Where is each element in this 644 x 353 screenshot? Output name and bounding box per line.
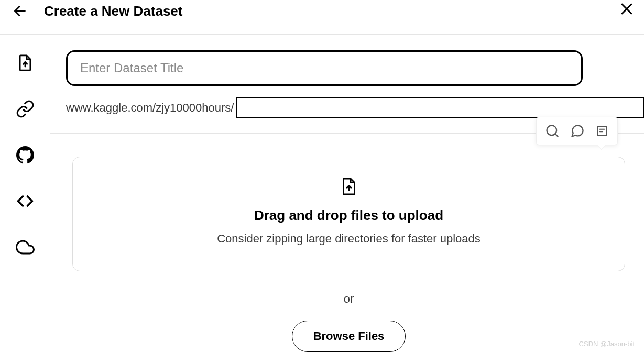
- url-row: www.kaggle.com/zjy10000hours/: [66, 97, 644, 118]
- toolbar-search-button[interactable]: [545, 124, 560, 138]
- note-icon: [595, 124, 609, 138]
- cloud-icon: [16, 238, 35, 257]
- dropzone-title: Drag and drop files to upload: [83, 207, 614, 224]
- link-icon: [16, 100, 35, 118]
- dialog-header: Create a New Dataset: [0, 0, 644, 35]
- close-button[interactable]: [619, 1, 635, 19]
- file-upload-icon: [340, 177, 358, 196]
- url-prefix-label: www.kaggle.com/zjy10000hours/: [66, 101, 234, 115]
- watermark: CSDN @Jason-bit: [579, 340, 635, 348]
- source-sidebar: [0, 35, 50, 353]
- back-button[interactable]: [13, 4, 27, 18]
- file-dropzone[interactable]: Drag and drop files to upload Consider z…: [72, 157, 625, 271]
- svg-line-5: [555, 134, 558, 136]
- dialog-body: www.kaggle.com/zjy10000hours/: [0, 35, 644, 353]
- page-title: Create a New Dataset: [44, 3, 182, 19]
- dataset-slug-input[interactable]: [236, 97, 644, 118]
- dropzone-icon-wrap: [83, 177, 614, 196]
- sidebar-item-github[interactable]: [16, 146, 35, 164]
- toolbar-comment-button[interactable]: [570, 124, 585, 138]
- or-separator: or: [72, 292, 625, 306]
- sidebar-item-notebook[interactable]: [16, 192, 35, 211]
- dropzone-subtitle: Consider zipping large directories for f…: [83, 232, 614, 246]
- floating-toolbar: [536, 117, 618, 145]
- close-icon: [619, 1, 635, 17]
- upload-section: Drag and drop files to upload Consider z…: [50, 134, 644, 352]
- browse-files-button[interactable]: Browse Files: [292, 321, 406, 352]
- search-icon: [545, 124, 560, 138]
- github-icon: [16, 146, 34, 164]
- main-content: www.kaggle.com/zjy10000hours/: [50, 35, 644, 353]
- sidebar-item-link[interactable]: [16, 100, 35, 118]
- dataset-title-input[interactable]: [66, 50, 583, 86]
- toolbar-note-button[interactable]: [595, 124, 609, 138]
- file-upload-icon: [16, 54, 34, 72]
- code-icon: [16, 192, 35, 211]
- comment-icon: [570, 124, 585, 138]
- sidebar-item-file[interactable]: [16, 53, 35, 72]
- arrow-left-icon: [13, 4, 27, 18]
- sidebar-item-cloud[interactable]: [16, 238, 35, 257]
